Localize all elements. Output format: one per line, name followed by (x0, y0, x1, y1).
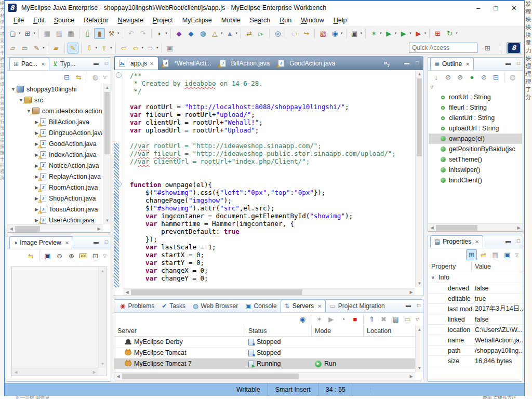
world-search-dropdown-icon[interactable]: ▾ (341, 31, 343, 35)
outline-item-settheme-[interactable]: setTheme() (429, 154, 522, 165)
run-history-icon[interactable]: ▶ (398, 28, 409, 39)
outline-item-uploadurl-string[interactable]: uploadUrl : String (429, 123, 522, 134)
view-menu-icon[interactable]: ▽ (103, 75, 107, 79)
column-header-mode[interactable]: Mode (312, 325, 364, 336)
run-on-device-icon[interactable]: ▯ (82, 28, 93, 39)
tree-item-shoppay10lingshi[interactable]: ▼⚠shoppay10lingshi (8, 84, 102, 95)
annotate-pencil-dropdown-icon[interactable]: ▾ (43, 46, 45, 50)
explore-folder-icon[interactable]: ▭ (402, 314, 413, 325)
view-tab-console[interactable]: ▣Console (242, 300, 280, 312)
pull-down-icon[interactable]: ⇩ (84, 43, 95, 54)
show-tree-icon[interactable]: ⊞ (466, 249, 477, 260)
link-with-editor-icon[interactable]: ⇆ (73, 72, 84, 83)
menu-myeclipse[interactable]: MyEclipse (178, 16, 217, 25)
outline-item-clienturl-string[interactable]: clientUrl : String (429, 113, 522, 123)
menu-search[interactable]: Search (245, 16, 275, 25)
code-editor[interactable]: −− /** * Created by ideabobo on 14-6-28.… (114, 70, 423, 296)
screenshot-camera-dropdown-icon[interactable]: ▾ (361, 31, 363, 35)
refresh-icon[interactable]: ↻ (444, 28, 455, 39)
wizard-triangle-icon[interactable]: △ (209, 28, 220, 39)
outline-item-fileurl-string[interactable]: fileurl : String (429, 102, 522, 113)
menu-edit[interactable]: Edit (29, 16, 49, 25)
minimize-view-icon[interactable]: ▬ (506, 60, 511, 66)
wizard-deploy-dropdown-icon[interactable]: ▾ (236, 31, 238, 35)
property-row-name[interactable]: nameWehallAction.ja... (428, 335, 523, 345)
editor-tab-goodaction-java[interactable]: J⚠GoodAction.java (274, 57, 339, 70)
view-tab-tasks[interactable]: ✔Tasks (158, 300, 189, 312)
view-tab-servers[interactable]: ⇅Servers✕ (281, 300, 326, 312)
tree-item-replayaction-java[interactable]: ▶J⚠ReplayAction.java (8, 171, 102, 182)
column-header-server[interactable]: Server (114, 325, 245, 336)
package-explorer-vscrollbar[interactable]: ▲ ▼ (103, 84, 111, 224)
tree-item-tousuaction-java[interactable]: ▶J⚠TousuAction.java (8, 204, 102, 215)
maximize-button[interactable]: □ (494, 4, 498, 12)
minimize-button[interactable]: – (476, 4, 480, 12)
run-history-dropdown-icon[interactable]: ▾ (409, 31, 411, 35)
minimize-view-icon[interactable]: ▬ (94, 239, 99, 245)
editor-tab-billaction-java[interactable]: J⚠BillAction.java (216, 57, 274, 70)
property-row-path[interactable]: path/shoppay10ling... (428, 345, 523, 356)
minimize-view-icon[interactable]: ▬ (94, 60, 99, 66)
menu-mobile[interactable]: Mobile (217, 16, 245, 25)
publish-icon[interactable]: ⇑ (366, 314, 377, 325)
maximize-view-icon[interactable]: □ (517, 238, 520, 244)
property-row-last-modified[interactable]: last modified2017年3月14日... (428, 304, 523, 314)
outline-item-initswiper-[interactable]: initswiper() (429, 165, 522, 175)
web-cube-icon[interactable]: ◆ (185, 28, 196, 39)
device-sync-icon[interactable]: ▮ (94, 28, 105, 39)
browser-globe-icon[interactable]: ◎ (272, 28, 283, 39)
menu-window[interactable]: Window (296, 16, 328, 25)
save-all-icon[interactable]: ▥ (54, 28, 64, 39)
maximize-view-icon[interactable]: □ (105, 239, 108, 245)
minimize-view-icon[interactable]: ▬ (404, 60, 409, 65)
view-tab-properties[interactable]: ▤Properties✕ (430, 235, 483, 248)
package-explorer-hscrollbar[interactable]: ◀ ▶ (7, 224, 103, 232)
column-header-status[interactable]: Status (245, 325, 312, 336)
close-tab-icon[interactable]: ✕ (41, 61, 45, 67)
properties-group-info[interactable]: ∨ Info (428, 272, 523, 283)
myeclipse-perspective-button[interactable]: 8 (507, 42, 521, 54)
view-menu-icon[interactable]: ▽ (416, 317, 419, 322)
build-hammer-dropdown-icon[interactable]: ▾ (117, 31, 119, 35)
pull-up-icon[interactable]: ⇧ (99, 43, 110, 54)
sort-alpha-icon[interactable]: ↓ (431, 72, 442, 83)
explorer-tab-pac-[interactable]: ⊞Pac...✕ (9, 58, 49, 70)
sync-icon[interactable]: ▤ (390, 314, 401, 325)
tree-item-useraction-java[interactable]: ▶J⚠UserAction.java (8, 215, 102, 224)
print-icon[interactable]: ▤ (65, 28, 76, 39)
close-tab-icon[interactable]: ✕ (317, 303, 322, 309)
editor-tab--wehallacti-[interactable]: J⚠*WehallActi... (158, 57, 215, 70)
view-menu-icon[interactable]: ▽ (515, 252, 518, 257)
hide-local-types-icon[interactable]: ⊘ (478, 72, 489, 83)
server-row-myeclipse-tomcat-7[interactable]: MyEclipse Tomcat 7▶Running▶Run (114, 358, 423, 369)
pull-down-dropdown-icon[interactable]: ▾ (96, 46, 98, 50)
view-menu-icon[interactable]: ▽ (103, 254, 107, 258)
view-tab-web-browser[interactable]: ◍Web Browser (189, 300, 242, 312)
refresh-dropdown-icon[interactable]: ▾ (456, 31, 458, 35)
debug-bug-icon[interactable]: ✶ (368, 28, 379, 39)
restore-defaults-icon[interactable]: ▦ (490, 249, 501, 260)
report-chart-icon[interactable]: ▧ (317, 28, 328, 39)
tree-item-goodaction-java[interactable]: ▶J⚠GoodAction.java (8, 138, 102, 149)
exit-workbench-icon[interactable]: ▻ (256, 28, 267, 39)
property-row-linked[interactable]: linkedfalse (428, 314, 523, 325)
view-tab-problems[interactable]: ◉Problems (116, 300, 158, 312)
tree-item-com-ideabobo-action[interactable]: ▼⚠com.ideabobo.action (8, 105, 102, 116)
maximize-view-icon[interactable]: □ (517, 60, 520, 66)
image-preview-hscrollbar[interactable]: ◀ ▶ (12, 368, 98, 376)
build-hammer-icon[interactable]: ⚒ (106, 28, 117, 39)
tree-item-roomaction-java[interactable]: ▶J⚠RoomAction.java (8, 182, 102, 193)
start-server-icon[interactable]: ▶ (326, 314, 337, 325)
forward-history-icon[interactable]: ↷ (138, 28, 149, 39)
maximize-view-icon[interactable]: □ (416, 60, 419, 65)
editor-tab-overflow-chevron[interactable]: »7 (383, 59, 390, 68)
fit-to-window-icon[interactable]: ⊡ (90, 250, 101, 261)
back-nav-icon[interactable]: ⇦ (130, 43, 141, 54)
clean-icon[interactable]: ◉ (297, 314, 308, 325)
swap-icon[interactable]: ⇆ (25, 250, 36, 261)
back-history-icon[interactable]: ↶ (126, 28, 137, 39)
show-fields-dot-icon[interactable]: ● (467, 72, 477, 83)
tree-item-indexaction-java[interactable]: ▶J⚠IndexAction.java (8, 149, 102, 160)
property-row-size[interactable]: size16,846 bytes (428, 356, 523, 366)
link-with-editor-icon[interactable]: ⇄ (244, 28, 255, 39)
